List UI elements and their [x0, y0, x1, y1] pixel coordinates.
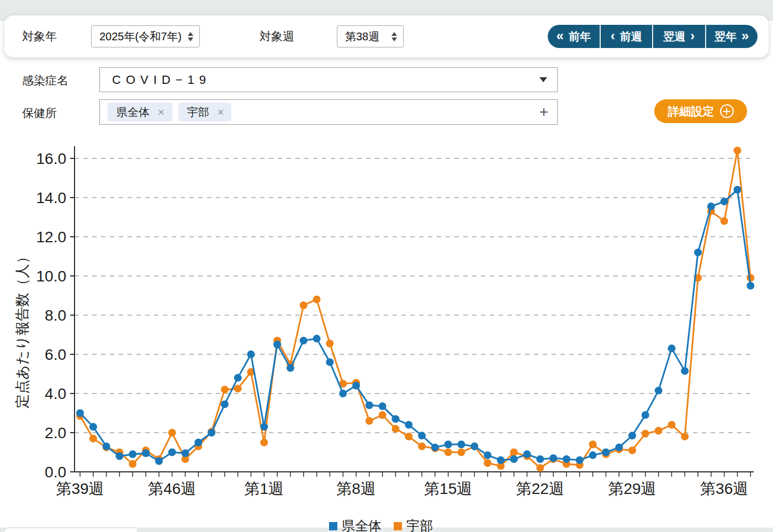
- target-year-value: 2025年(令和7年): [99, 29, 182, 44]
- spinner-icon: [187, 32, 194, 41]
- remove-icon[interactable]: ×: [218, 106, 224, 119]
- disease-name-value: COVID−19: [112, 73, 211, 87]
- next-year-button[interactable]: 翌年 »: [705, 25, 758, 48]
- prev-week-button[interactable]: ‹ 前週: [600, 25, 653, 48]
- legend-item-ube[interactable]: 宇部: [394, 517, 433, 532]
- health-center-input[interactable]: 県全体 × 宇部 × +: [99, 99, 558, 125]
- add-icon[interactable]: +: [539, 104, 548, 120]
- double-chevron-left-icon: «: [557, 29, 564, 44]
- target-year-select[interactable]: 2025年(令和7年): [91, 25, 200, 47]
- tag-ube: 宇部 ×: [178, 103, 232, 121]
- filter-card: 対象年 2025年(令和7年) 対象週 第38週 « 前年 ‹ 前週 翌週 › …: [4, 15, 769, 57]
- legend-swatch-icon: [329, 522, 337, 530]
- tag-label: 宇部: [187, 105, 209, 120]
- main-panel: 感染症名 COVID−19 保健所 県全体 × 宇部 × + 詳細設定 定点あた…: [0, 21, 773, 528]
- chevron-left-icon: ‹: [611, 29, 615, 44]
- health-center-label: 保健所: [22, 105, 57, 121]
- prev-year-button[interactable]: « 前年: [548, 25, 600, 48]
- advanced-settings-button[interactable]: 詳細設定: [654, 99, 747, 123]
- next-section-edge: [4, 528, 137, 532]
- legend-item-prefecture-total[interactable]: 県全体: [329, 517, 382, 532]
- remove-icon[interactable]: ×: [158, 106, 165, 119]
- next-week-button[interactable]: 翌週 ›: [652, 25, 705, 48]
- chart-legend: 県全体 宇部: [329, 517, 433, 532]
- y-axis-title: 定点あたり報告数（人）: [13, 249, 32, 408]
- tag-label: 県全体: [117, 105, 150, 120]
- chevron-right-icon: ›: [690, 29, 695, 44]
- target-week-select[interactable]: 第38週: [337, 25, 404, 47]
- legend-swatch-icon: [394, 522, 402, 530]
- plus-circle-icon: [720, 104, 734, 118]
- spinner-icon: [391, 32, 398, 41]
- chevron-down-icon: [539, 77, 547, 82]
- disease-name-label: 感染症名: [22, 73, 68, 88]
- advanced-settings-label: 詳細設定: [668, 104, 714, 119]
- tag-prefecture-total: 県全体 ×: [108, 103, 172, 121]
- target-week-label: 対象週: [260, 29, 294, 44]
- disease-name-select[interactable]: COVID−19: [99, 67, 558, 92]
- week-navigation: « 前年 ‹ 前週 翌週 › 翌年 »: [548, 25, 758, 48]
- target-week-value: 第38週: [345, 29, 379, 44]
- double-chevron-right-icon: »: [742, 29, 749, 44]
- target-year-label: 対象年: [22, 29, 57, 44]
